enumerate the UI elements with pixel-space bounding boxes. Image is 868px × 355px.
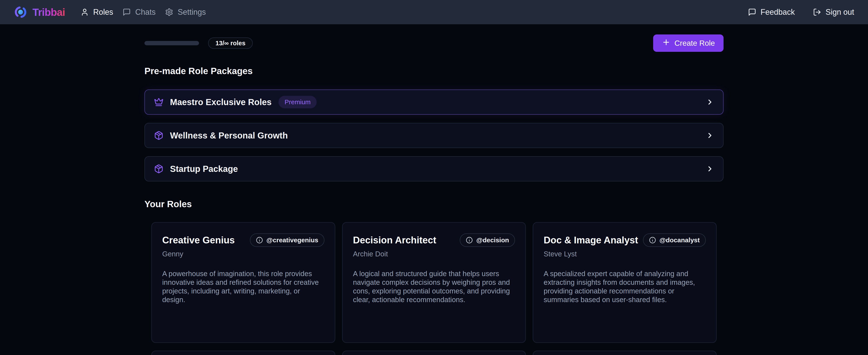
role-card-partial[interactable] xyxy=(533,351,717,355)
packages-list: Maestro Exclusive Roles Premium Wellness… xyxy=(145,90,723,181)
role-description: A logical and structured guide that help… xyxy=(353,269,515,304)
info-icon xyxy=(256,237,263,244)
role-card-partial[interactable] xyxy=(151,351,335,355)
tribbai-logo-icon xyxy=(14,5,27,19)
role-handle-badge[interactable]: @docanalyst xyxy=(643,233,706,247)
feedback-button[interactable]: Feedback xyxy=(748,7,795,17)
sign-out-button[interactable]: Sign out xyxy=(813,7,854,17)
role-subtitle: Genny xyxy=(162,250,324,258)
role-card-decision-architect[interactable]: Decision Architect @decision Archie Doit… xyxy=(342,222,526,343)
role-card-doc-image-analyst[interactable]: Doc & Image Analyst @docanalyst Steve Ly… xyxy=(533,222,717,343)
nav-links: Roles Chats Settings xyxy=(81,7,206,17)
package-title: Wellness & Personal Growth xyxy=(170,131,288,141)
nav-item-label: Settings xyxy=(178,7,206,17)
card-header: Creative Genius @creativegenius xyxy=(162,233,324,247)
feedback-label: Feedback xyxy=(761,7,795,17)
top-nav: Tribbai Roles Chats Settings Feedba xyxy=(0,0,868,24)
role-title: Doc & Image Analyst xyxy=(544,235,638,245)
nav-item-roles[interactable]: Roles xyxy=(81,7,113,17)
message-square-icon xyxy=(748,8,756,16)
package-row-maestro[interactable]: Maestro Exclusive Roles Premium xyxy=(145,90,723,115)
package-icon xyxy=(154,164,163,174)
plus-icon xyxy=(662,38,671,48)
roles-count-badge: 13/∞ roles xyxy=(208,37,253,49)
roles-progress-bar xyxy=(145,41,199,45)
roles-grid: Creative Genius @creativegenius Genny A … xyxy=(145,222,723,355)
nav-item-settings[interactable]: Settings xyxy=(165,7,206,17)
info-icon xyxy=(649,237,656,244)
user-icon xyxy=(81,8,89,16)
chevron-right-icon xyxy=(706,165,714,173)
package-icon xyxy=(154,131,163,140)
role-handle: @decision xyxy=(476,236,509,244)
info-icon xyxy=(466,237,473,244)
role-handle-badge[interactable]: @decision xyxy=(460,233,515,247)
message-square-icon xyxy=(123,8,131,16)
roles-toolbar: 13/∞ roles Create Role xyxy=(145,34,723,52)
role-subtitle: Archie Doit xyxy=(353,250,515,258)
role-description: A powerhouse of imagination, this role p… xyxy=(162,269,324,304)
role-card-partial[interactable] xyxy=(342,351,526,355)
role-handle-badge[interactable]: @creativegenius xyxy=(250,233,324,247)
role-description: A specialized expert capable of analyzin… xyxy=(544,269,706,304)
brand[interactable]: Tribbai xyxy=(14,5,65,19)
chevron-right-icon xyxy=(706,131,714,140)
nav-item-chats[interactable]: Chats xyxy=(123,7,155,17)
chevron-right-icon xyxy=(706,98,714,106)
create-role-button[interactable]: Create Role xyxy=(653,34,723,52)
role-card-creative-genius[interactable]: Creative Genius @creativegenius Genny A … xyxy=(151,222,335,343)
package-title: Startup Package xyxy=(170,164,238,174)
package-title: Maestro Exclusive Roles xyxy=(170,97,272,107)
crown-icon xyxy=(154,97,163,107)
nav-item-label: Chats xyxy=(135,7,155,17)
log-out-icon xyxy=(813,8,821,16)
role-handle: @creativegenius xyxy=(267,236,318,244)
create-role-label: Create Role xyxy=(674,39,715,48)
nav-right: Feedback Sign out xyxy=(748,7,854,17)
nav-item-label: Roles xyxy=(93,7,113,17)
role-handle: @docanalyst xyxy=(659,236,700,244)
premium-badge: Premium xyxy=(279,96,317,108)
your-roles-section-title: Your Roles xyxy=(145,199,723,210)
package-row-wellness[interactable]: Wellness & Personal Growth xyxy=(145,123,723,148)
package-row-startup[interactable]: Startup Package xyxy=(145,156,723,181)
packages-section-title: Pre-made Role Packages xyxy=(145,66,723,77)
gear-icon xyxy=(165,8,173,16)
brand-name: Tribbai xyxy=(32,6,65,18)
role-title: Creative Genius xyxy=(162,235,235,245)
role-title: Decision Architect xyxy=(353,235,436,245)
role-subtitle: Steve Lyst xyxy=(544,250,706,258)
card-header: Doc & Image Analyst @docanalyst xyxy=(544,233,706,247)
sign-out-label: Sign out xyxy=(826,7,854,17)
main-content: 13/∞ roles Create Role Pre-made Role Pac… xyxy=(145,34,723,355)
card-header: Decision Architect @decision xyxy=(353,233,515,247)
